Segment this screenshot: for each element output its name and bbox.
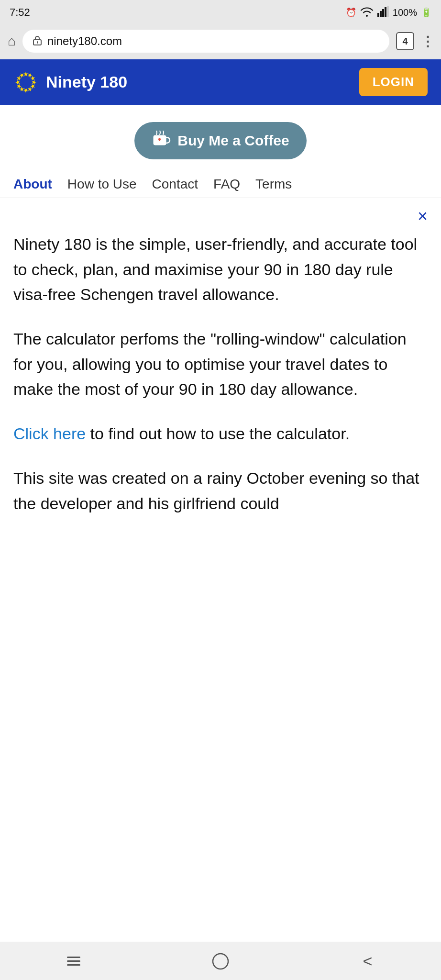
tab-count[interactable]: 4: [396, 32, 414, 50]
about-content: × Ninety 180 is the simple, user-friendl…: [0, 198, 441, 554]
bottom-nav-menu[interactable]: [0, 942, 147, 980]
site-nav: About How to Use Contact FAQ Terms: [0, 169, 441, 198]
browser-chrome: ⌂ ninety180.com 4 ⋮: [0, 25, 441, 59]
website-content: Ninety 180 LOGIN: [0, 59, 441, 969]
bmc-label: Buy Me a Coffee: [177, 133, 289, 149]
content-body: Ninety 180 is the simple, user-friendly,…: [13, 203, 428, 516]
browser-home-icon[interactable]: ⌂: [8, 33, 16, 49]
click-here-link[interactable]: Click here: [13, 424, 86, 443]
browser-menu-icon[interactable]: ⋮: [421, 33, 433, 49]
svg-rect-21: [213, 954, 228, 969]
nav-item-how-to-use[interactable]: How to Use: [67, 177, 137, 192]
wifi-icon: [360, 6, 374, 19]
nav-item-faq[interactable]: FAQ: [213, 177, 240, 192]
svg-rect-1: [380, 11, 382, 17]
bottom-nav-back[interactable]: <: [294, 942, 441, 980]
coffee-icon: [152, 131, 171, 151]
svg-marker-17: [15, 80, 20, 85]
back-arrow-icon: <: [363, 952, 372, 970]
url-text: ninety180.com: [47, 34, 122, 48]
status-time: 7:52: [10, 6, 30, 19]
url-security-icon: [32, 35, 43, 48]
click-here-suffix: to find out how to use the calculator.: [86, 424, 350, 443]
battery-indicator: 100%: [393, 7, 417, 18]
home-circle-icon: [212, 953, 229, 970]
login-button[interactable]: LOGIN: [359, 68, 428, 96]
eu-logo: [13, 70, 38, 95]
site-title: Ninety 180: [46, 73, 127, 91]
signal-icon: [377, 6, 389, 19]
status-bar: 7:52 ⏰ 100% 🔋: [0, 0, 441, 25]
close-button[interactable]: ×: [418, 208, 428, 225]
origin-paragraph: This site was created on a rainy October…: [13, 466, 428, 516]
svg-rect-3: [385, 7, 386, 17]
buy-me-coffee-button[interactable]: Buy Me a Coffee: [134, 122, 306, 159]
menu-lines-icon: [67, 957, 80, 966]
svg-rect-2: [382, 9, 384, 17]
svg-rect-4: [387, 6, 389, 17]
battery-icon: 🔋: [421, 7, 431, 18]
url-bar[interactable]: ninety180.com: [22, 30, 389, 53]
site-header: Ninety 180 LOGIN: [0, 59, 441, 105]
nav-item-terms[interactable]: Terms: [255, 177, 292, 192]
click-here-paragraph: Click here to find out how to use the ca…: [13, 421, 428, 446]
nav-item-about[interactable]: About: [13, 177, 52, 192]
bottom-nav: <: [0, 942, 441, 980]
svg-marker-8: [23, 72, 28, 76]
bottom-nav-home[interactable]: [147, 942, 294, 980]
intro-paragraph: Ninety 180 is the simple, user-friendly,…: [13, 232, 428, 307]
calculator-paragraph: The calculator perfoms the "rolling-wind…: [13, 326, 428, 402]
svg-rect-0: [377, 13, 379, 17]
header-left: Ninety 180: [13, 70, 127, 95]
nav-item-contact[interactable]: Contact: [152, 177, 198, 192]
svg-marker-14: [23, 88, 28, 92]
status-icons: ⏰ 100% 🔋: [346, 6, 431, 19]
bmc-section: Buy Me a Coffee: [0, 105, 441, 169]
alarm-icon: ⏰: [346, 7, 356, 18]
svg-marker-11: [32, 80, 36, 85]
